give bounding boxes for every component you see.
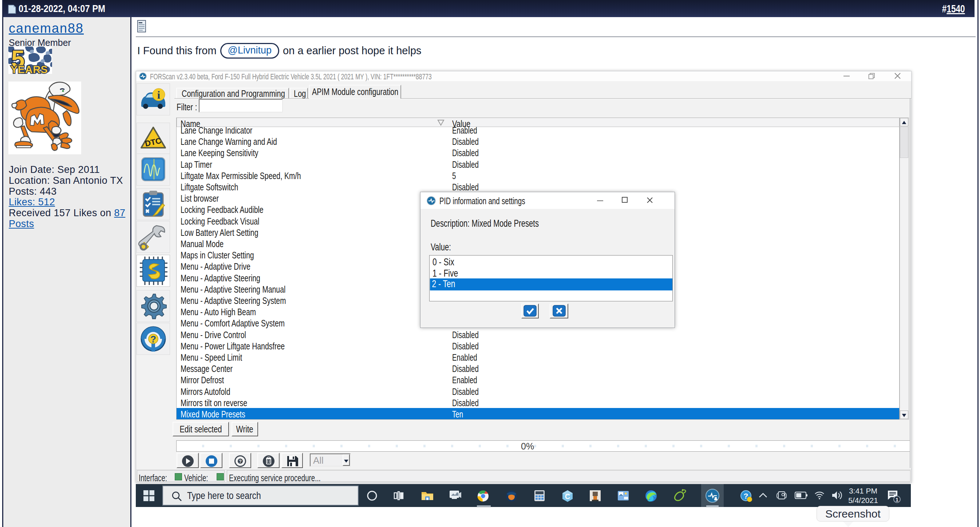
svg-text:YEARS: YEARS [11, 64, 48, 74]
svg-text:i: i [157, 89, 160, 101]
svg-text:?: ? [239, 459, 242, 464]
svg-text:?: ? [150, 334, 156, 344]
svg-text:C: C [565, 492, 570, 500]
svg-text:1: 1 [896, 497, 899, 503]
